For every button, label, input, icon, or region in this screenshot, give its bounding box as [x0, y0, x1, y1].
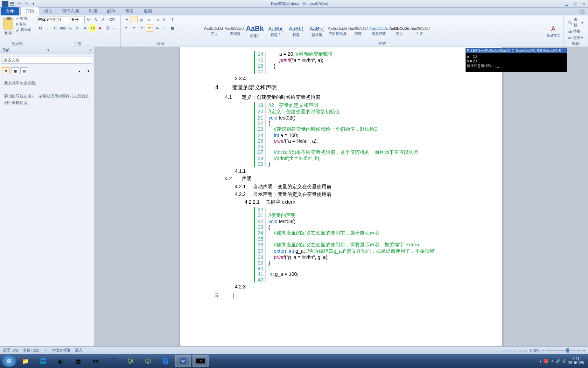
sort-icon[interactable]: A↓	[161, 16, 168, 23]
taskbar-word[interactable]: W	[175, 355, 191, 367]
format-painter-button[interactable]: 🖌 格式刷	[16, 27, 31, 32]
multilevel-icon[interactable]: ⧉	[138, 16, 145, 23]
style-item[interactable]: AaBbCcDd· 正文	[203, 22, 224, 41]
change-styles-button[interactable]: A 更改样式	[546, 25, 561, 38]
numbering-icon[interactable]: ⒈	[131, 16, 138, 23]
taskbar-notepad[interactable]: T	[105, 355, 121, 367]
qat-save-icon[interactable]: 💾	[9, 1, 15, 7]
start-button[interactable]: ⊞	[2, 355, 16, 367]
tab-references[interactable]: 引用	[84, 7, 102, 15]
status-language[interactable]: 中文(中国)	[52, 348, 70, 353]
nav-tab-pages[interactable]: ▦	[11, 67, 19, 74]
select-button[interactable]: ▭ 选择 ▾	[568, 35, 583, 40]
copy-button[interactable]: ⎘ 复制	[16, 22, 31, 27]
tab-insert[interactable]: 插入	[39, 7, 57, 15]
tray-ime-icon[interactable]: S	[544, 359, 548, 363]
replace-button[interactable]: ab 替换	[568, 29, 583, 34]
align-left-icon[interactable]: ≡	[123, 25, 130, 32]
indent-inc-icon[interactable]: ⇥	[154, 16, 161, 23]
tab-layout[interactable]: 页面布局	[57, 7, 84, 15]
shrink-font-icon[interactable]: A↓	[93, 16, 100, 23]
strike-button[interactable]: abc	[59, 25, 66, 32]
help-icon[interactable]: ⓘ	[580, 9, 584, 15]
border-char-icon[interactable]: ▭	[112, 25, 118, 32]
qat-undo-icon[interactable]: ↶	[16, 1, 22, 7]
zoom-slider[interactable]	[546, 350, 581, 351]
bold-button[interactable]: B	[37, 25, 44, 32]
taskbar-clock[interactable]: 9:41 2019/12/8	[568, 357, 586, 365]
distribute-icon[interactable]: ⇔	[154, 25, 161, 32]
underline-button[interactable]: U	[52, 25, 58, 32]
align-center-icon[interactable]: ≡	[131, 25, 138, 32]
borders-icon[interactable]: ▭	[177, 25, 184, 32]
cut-button[interactable]: ✂ 剪切	[16, 16, 31, 21]
taskbar-explorer[interactable]: 📁	[18, 355, 34, 367]
indent-dec-icon[interactable]: ⇤	[146, 16, 153, 23]
taskbar-app2[interactable]: 🌀	[158, 355, 174, 367]
status-page[interactable]: 页面: 2/2	[3, 348, 18, 353]
nav-search-input[interactable]	[2, 56, 92, 64]
view-read-icon[interactable]: ▭	[507, 348, 511, 353]
find-button[interactable]: 🔍 查找 ▾	[568, 17, 583, 28]
zoom-in-icon[interactable]: +	[583, 348, 585, 353]
maximize-button[interactable]: ▢	[571, 1, 580, 7]
paste-button[interactable]: 粘贴	[2, 16, 15, 37]
qat-redo-icon[interactable]: ↷	[23, 1, 29, 7]
qat-dropdown-icon[interactable]: ▾	[30, 1, 36, 7]
taskbar-sublime[interactable]: ▦	[70, 355, 86, 367]
font-name-select[interactable]	[37, 16, 69, 23]
shading-icon[interactable]: ▦	[169, 25, 176, 32]
taskbar-qt1[interactable]: Qt	[122, 355, 139, 367]
bullets-icon[interactable]: ≔	[123, 16, 130, 23]
zoom-out-icon[interactable]: −	[541, 348, 544, 353]
tab-review[interactable]: 审阅	[120, 7, 139, 15]
tray-volume-icon[interactable]: 🔊	[562, 359, 566, 363]
line-spacing-icon[interactable]: ↕	[161, 25, 168, 32]
tray-up-icon[interactable]: ▴	[540, 359, 541, 363]
view-outline-icon[interactable]: ▭	[518, 348, 522, 353]
tray-network-icon[interactable]: 🔗	[556, 359, 560, 363]
nav-tab-results[interactable]: ▤	[20, 67, 28, 74]
taskbar-vs[interactable]: ⋈	[88, 355, 104, 367]
taskbar-chrome[interactable]: 🌐	[35, 355, 51, 367]
style-item[interactable]: AaBbCcDd要点	[389, 22, 410, 41]
style-item[interactable]: AaBb(副标题	[307, 22, 327, 41]
minimize-button[interactable]: ▁	[563, 1, 571, 7]
taskbar-qt2[interactable]: Qt	[140, 355, 156, 367]
style-item[interactable]: AaBk标题 1	[245, 22, 265, 41]
tab-mailings[interactable]: 邮件	[102, 7, 120, 15]
subscript-button[interactable]: x₂	[67, 25, 74, 32]
font-size-select[interactable]	[70, 16, 85, 23]
superscript-button[interactable]: x²	[75, 25, 81, 32]
highlight-icon[interactable]: ab	[89, 25, 96, 32]
style-item[interactable]: AaBbCcDd引用	[410, 22, 430, 41]
nav-prev-icon[interactable]: ▴	[75, 67, 83, 74]
styles-gallery[interactable]: AaBbCcDd· 正文AaBbCcDd· 无间隔AaBk标题 1AaBb(标题…	[203, 22, 544, 41]
tray-flag-icon[interactable]: 🏳	[550, 359, 554, 363]
show-marks-icon[interactable]: ¶	[169, 16, 176, 23]
text-effects-icon[interactable]: A	[82, 25, 89, 32]
nav-tab-headings[interactable]: ≣	[2, 67, 10, 74]
close-button[interactable]: ✕	[580, 1, 588, 7]
document-area[interactable]: F:\1206\SendToStudent\Day02_C_Base\Code\…	[94, 47, 588, 346]
status-words[interactable]: 字数: 222	[23, 348, 39, 353]
align-justify-icon[interactable]: ≡	[146, 25, 153, 32]
zoom-level[interactable]: 140%	[530, 348, 539, 353]
tab-view[interactable]: 视图	[139, 7, 157, 15]
nav-next-icon[interactable]: ▾	[84, 67, 92, 74]
taskbar-cmd[interactable]: C:\	[192, 355, 209, 367]
view-draft-icon[interactable]: ▭	[524, 348, 527, 353]
taskbar-app1[interactable]: ◐	[52, 355, 69, 367]
file-tab[interactable]: 文件	[1, 7, 19, 15]
style-item[interactable]: AaBbCcDd不明显强调	[327, 22, 348, 41]
clear-format-icon[interactable]: ⌫	[108, 16, 115, 23]
change-case-icon[interactable]: Aa	[101, 16, 108, 23]
style-item[interactable]: AaBbCcDd强调	[348, 22, 368, 41]
status-mode[interactable]: 插入	[75, 348, 83, 353]
phonetic-icon[interactable]: Ⓐ	[104, 25, 111, 32]
style-item[interactable]: AaBbCcDd· 无间隔	[224, 22, 244, 41]
style-item[interactable]: AaBb(标题	[286, 22, 306, 41]
style-item[interactable]: AaBbCcDd明显强调	[369, 22, 389, 41]
grow-font-icon[interactable]: A↑	[85, 16, 92, 23]
nav-dropdown-icon[interactable]: ▾	[47, 48, 49, 53]
